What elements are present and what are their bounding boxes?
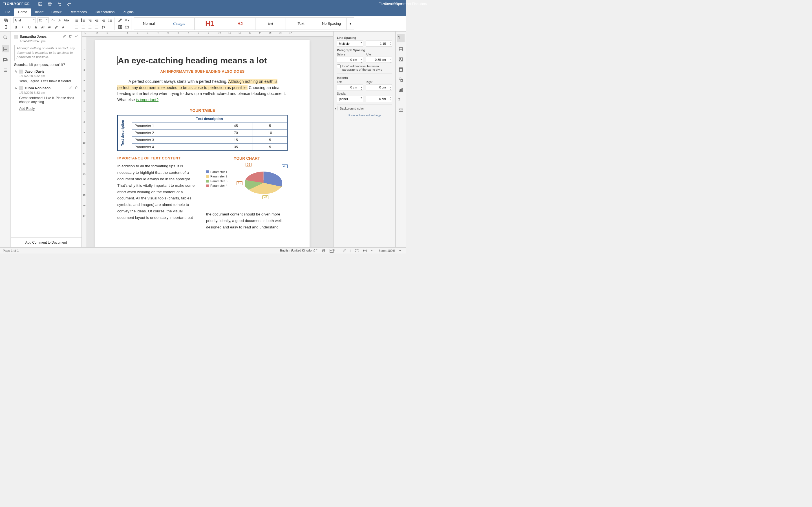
redo-icon[interactable] bbox=[67, 2, 71, 6]
document-area[interactable]: L 211234567891011121314151617 1234567891… bbox=[82, 32, 333, 247]
highlight-icon[interactable] bbox=[54, 25, 59, 30]
tab-references[interactable]: References bbox=[65, 8, 91, 16]
tab-home[interactable]: Home bbox=[14, 8, 31, 16]
comments-icon[interactable] bbox=[2, 45, 9, 52]
header-footer-icon[interactable] bbox=[398, 67, 403, 72]
save-icon[interactable] bbox=[38, 2, 43, 6]
edit-icon[interactable] bbox=[63, 34, 66, 39]
numbering-icon[interactable]: 123 bbox=[81, 18, 86, 23]
indent-icon[interactable] bbox=[101, 18, 106, 23]
style-georgia[interactable]: Georgia bbox=[164, 17, 195, 30]
doc-subheading[interactable]: AN INFORMATIVE SUBHEADING ALSO DOES bbox=[117, 69, 288, 73]
superscript-icon[interactable]: A2 bbox=[40, 25, 45, 30]
tab-file[interactable]: File bbox=[1, 8, 14, 16]
tab-layout[interactable]: Layout bbox=[47, 8, 65, 16]
doc-heading[interactable]: An eye-catching heading means a lot bbox=[117, 56, 288, 65]
delete-icon[interactable] bbox=[74, 86, 78, 91]
change-case-icon[interactable]: Aa▾ bbox=[64, 18, 69, 23]
increase-font-icon[interactable]: A▴ bbox=[50, 18, 56, 23]
mailmerge-icon[interactable] bbox=[124, 24, 130, 30]
font-size-select[interactable] bbox=[38, 17, 49, 23]
style-more[interactable]: ▾ bbox=[347, 17, 354, 30]
page[interactable]: An eye-catching heading means a lot AN I… bbox=[95, 40, 310, 247]
resolve-icon[interactable] bbox=[74, 34, 78, 39]
indent-left[interactable] bbox=[337, 84, 363, 91]
special-indent-value[interactable] bbox=[366, 96, 392, 102]
print-icon[interactable] bbox=[48, 2, 52, 6]
add-reply-link[interactable]: Add Reply bbox=[19, 107, 78, 111]
chat-icon[interactable] bbox=[3, 57, 8, 62]
chart-title[interactable]: YOUR CHART bbox=[206, 156, 288, 161]
paste-icon[interactable] bbox=[3, 24, 8, 30]
style-Text[interactable]: Text bbox=[286, 17, 316, 30]
style-h2[interactable]: H2 bbox=[225, 17, 255, 30]
search-icon[interactable] bbox=[3, 35, 8, 40]
globe-icon[interactable] bbox=[322, 249, 326, 252]
multilevel-icon[interactable] bbox=[87, 18, 93, 23]
doc-link[interactable]: is important? bbox=[136, 98, 158, 102]
trackchanges-icon[interactable]: ▾ bbox=[342, 249, 346, 252]
strike-icon[interactable]: S bbox=[34, 25, 39, 30]
language-select[interactable]: English (United Kingdom) ˄ bbox=[280, 249, 318, 252]
clear-style-icon[interactable] bbox=[117, 18, 123, 23]
line-spacing-icon[interactable] bbox=[108, 18, 113, 23]
indent-right[interactable] bbox=[366, 84, 392, 91]
copy-icon[interactable] bbox=[3, 18, 8, 23]
shading-icon[interactable]: ▾ bbox=[124, 18, 130, 23]
vertical-ruler[interactable]: 1234567891011121314151617 bbox=[82, 37, 87, 247]
table-icon[interactable] bbox=[398, 47, 403, 52]
spacing-before[interactable] bbox=[337, 57, 363, 63]
advanced-settings-link[interactable]: Show advanced settings bbox=[337, 114, 392, 117]
shape-icon[interactable] bbox=[398, 77, 403, 82]
tab-plugins[interactable]: Plugins bbox=[119, 8, 138, 16]
tab-collaboration[interactable]: Collaboration bbox=[91, 8, 119, 16]
style-text[interactable]: text bbox=[255, 17, 286, 30]
textart-icon[interactable]: T bbox=[398, 98, 403, 103]
align-left-icon[interactable] bbox=[74, 24, 79, 30]
horizontal-ruler[interactable]: L 211234567891011121314151617 bbox=[82, 32, 333, 37]
line-spacing-value[interactable] bbox=[366, 41, 392, 47]
underline-icon[interactable]: U bbox=[27, 25, 32, 30]
style-normal[interactable]: Normal bbox=[134, 17, 164, 30]
fit-page-icon[interactable] bbox=[355, 249, 359, 252]
undo-icon[interactable] bbox=[57, 2, 62, 6]
bold-icon[interactable]: B bbox=[13, 25, 18, 30]
section-title[interactable]: YOUR TABLE bbox=[117, 108, 288, 113]
style-nospacing[interactable]: No Spacing bbox=[316, 17, 347, 30]
doc-paragraph[interactable]: In addition to all the formatting tips, … bbox=[117, 163, 199, 221]
justify-icon[interactable] bbox=[94, 24, 99, 30]
spellcheck-icon[interactable]: ABC bbox=[329, 249, 334, 252]
zoom-out-icon[interactable]: − bbox=[371, 249, 375, 252]
style-h1[interactable]: H1 bbox=[195, 17, 225, 30]
zoom-level[interactable]: Zoom 100% bbox=[378, 249, 395, 252]
edit-icon[interactable] bbox=[68, 86, 72, 91]
chart-icon[interactable] bbox=[398, 87, 403, 93]
align-right-icon[interactable] bbox=[87, 24, 93, 30]
delete-icon[interactable] bbox=[68, 34, 72, 39]
font-color-icon[interactable]: A bbox=[61, 25, 66, 30]
bgcolor-swatch[interactable] bbox=[337, 107, 338, 110]
fit-width-icon[interactable] bbox=[363, 249, 367, 252]
special-indent-mode[interactable] bbox=[337, 96, 363, 102]
bullets-icon[interactable] bbox=[74, 18, 79, 23]
no-interval-checkbox[interactable] bbox=[337, 64, 341, 68]
add-comment-link[interactable]: Add Comment to Document bbox=[25, 240, 67, 244]
zoom-in-icon[interactable]: + bbox=[399, 249, 403, 252]
subscript-icon[interactable]: A2 bbox=[47, 25, 52, 30]
section-title[interactable]: IMPORTANCE OF TEXT CONTENT bbox=[117, 156, 199, 160]
doc-paragraph[interactable]: A perfect document always starts with a … bbox=[117, 78, 288, 103]
spacing-after[interactable] bbox=[366, 57, 392, 63]
pie-chart[interactable]: Parameter 1 Parameter 2 Parameter 3 Para… bbox=[206, 162, 288, 210]
font-select[interactable] bbox=[13, 17, 36, 23]
italic-icon[interactable]: I bbox=[20, 25, 25, 30]
align-center-icon[interactable] bbox=[81, 24, 86, 30]
decrease-font-icon[interactable]: A▾ bbox=[57, 18, 62, 23]
doc-paragraph[interactable]: the document content should be given mor… bbox=[206, 211, 288, 231]
doc-table[interactable]: Text descriptionText description Paramet… bbox=[117, 115, 288, 151]
page-indicator[interactable]: Page 1 of 1 bbox=[3, 249, 18, 252]
tab-insert[interactable]: Insert bbox=[31, 8, 47, 16]
image-icon[interactable] bbox=[398, 57, 403, 62]
pilcrow-icon[interactable]: ¶▾ bbox=[101, 24, 106, 30]
navigation-icon[interactable] bbox=[3, 68, 8, 73]
line-spacing-mode[interactable] bbox=[337, 41, 363, 47]
